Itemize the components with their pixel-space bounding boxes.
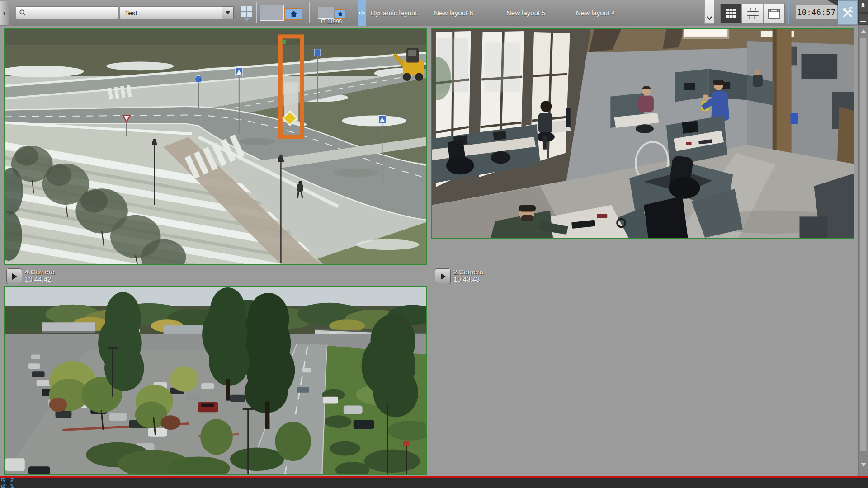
tab-dynamic-layout[interactable]: Dynamic layout xyxy=(366,0,429,26)
home-icon xyxy=(338,12,343,16)
layout-combo-arrow-button[interactable] xyxy=(222,6,234,19)
camera-name: 2.Camera xyxy=(453,268,483,276)
camera-name: 4.Camera xyxy=(25,268,55,276)
camera-2-label-row: 2.Camera 10:43:43 xyxy=(435,268,483,284)
tab-new-layout-6[interactable]: New layout 6 xyxy=(429,0,501,26)
vms-app: › Test xyxy=(0,0,868,488)
settings-button[interactable] xyxy=(838,0,858,25)
layout-combo[interactable]: Test xyxy=(120,6,225,19)
left-panel-expander-button[interactable]: › xyxy=(0,1,9,25)
camera-tile-2[interactable] xyxy=(431,28,854,239)
play-button[interactable] xyxy=(435,268,451,284)
camera-video-parking xyxy=(5,287,426,474)
monitor-grid-menu-button[interactable] xyxy=(241,6,253,21)
camera-time: 10:43:43 xyxy=(453,276,483,283)
minus-icon xyxy=(860,21,866,22)
camera-tile-parking[interactable] xyxy=(4,286,427,475)
toolbar-divider xyxy=(309,2,310,23)
triangle-down-icon xyxy=(226,11,230,14)
scroll-down-icon[interactable] xyxy=(861,463,866,467)
camera-video-office xyxy=(432,29,854,238)
display-name-label: IT-11995 xyxy=(315,19,348,25)
corner-flag xyxy=(827,0,838,6)
camera-video-intersection xyxy=(5,29,426,264)
search-icon xyxy=(19,9,26,16)
play-icon xyxy=(440,273,446,280)
home-icon xyxy=(290,11,297,17)
scroll-up-icon[interactable] xyxy=(861,29,866,33)
dynamic-layout-icon xyxy=(358,0,366,26)
pin-icon xyxy=(860,3,866,10)
pin-toolbar-button[interactable] xyxy=(858,0,868,13)
window-icon xyxy=(768,9,780,19)
frames-icon xyxy=(747,8,759,19)
layout-tabs: Dynamic layout New layout 6 New layout 5… xyxy=(358,0,643,26)
view-mode-frames-button[interactable] xyxy=(742,4,763,23)
scrollbar-thumb[interactable] xyxy=(860,38,867,451)
chevron-down-icon xyxy=(707,15,712,21)
system-clock: 10:46:57 xyxy=(796,5,837,20)
wrench-icon xyxy=(841,6,854,19)
tab-new-layout-5[interactable]: New layout 5 xyxy=(501,0,571,26)
chevron-down-icon xyxy=(244,18,250,21)
search-input[interactable] xyxy=(26,8,118,18)
tabs-overflow-button[interactable] xyxy=(704,0,714,24)
toolbar-divider xyxy=(788,1,789,24)
bottom-toolbar: Alert panel xyxy=(0,478,868,488)
grid-3x3-icon xyxy=(726,9,736,18)
play-icon xyxy=(12,273,17,280)
play-button[interactable] xyxy=(6,268,22,284)
tab-new-layout-4[interactable]: New layout 4 xyxy=(571,0,643,26)
main-toolbar: › Test xyxy=(0,0,868,26)
toolbar-divider xyxy=(256,2,257,23)
right-scrollbar[interactable] xyxy=(858,26,868,476)
fit-alert-icon[interactable] xyxy=(1,478,14,488)
view-mode-tiles-button[interactable] xyxy=(720,4,741,23)
camera-4-label-row: 4.Camera 10:44:42 xyxy=(6,268,55,284)
camera-tile-4[interactable] xyxy=(4,28,427,265)
minimize-button[interactable] xyxy=(858,13,868,25)
view-mode-window-button[interactable] xyxy=(764,4,785,23)
camera-time: 10:44:42 xyxy=(25,276,55,283)
camera-search xyxy=(16,6,118,19)
